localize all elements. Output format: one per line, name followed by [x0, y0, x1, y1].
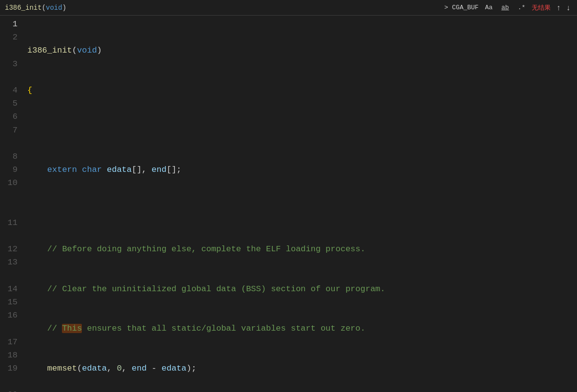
- search-no-result: 无结果: [532, 3, 551, 12]
- top-bar-right: > CGA_BUF Aa ab .* 无结果 ↑ ↓: [444, 3, 572, 12]
- code-content[interactable]: i386_init(void) { extern char edata[], e…: [23, 16, 577, 392]
- top-bar-left: i386_init(void): [5, 4, 66, 12]
- code-line-2: {: [27, 84, 577, 97]
- editor-area: 1 2 3 4 5 6 7 8 9 10 11 12 13 14 15 16 1…: [0, 16, 577, 392]
- code-line-4: // Before doing anything else, complete …: [27, 243, 577, 256]
- line-numbers: 1 2 3 4 5 6 7 8 9 10 11 12 13 14 15 16 1…: [0, 16, 23, 392]
- nav-down-button[interactable]: ↓: [564, 3, 572, 12]
- nav-up-button[interactable]: ↑: [555, 3, 562, 12]
- function-name: i386_init: [5, 4, 42, 12]
- code-line-6: // This ensures that all static/global v…: [27, 322, 577, 335]
- code-line-blank1: [27, 124, 577, 137]
- search-filename: CGA_BUF: [452, 4, 479, 11]
- function-signature: i386_init(void): [5, 4, 66, 12]
- breadcrumb-chevron: >: [444, 4, 448, 11]
- search-option-case[interactable]: Aa: [482, 3, 495, 12]
- code-line-7: memset(edata, 0, end - edata);: [27, 362, 577, 375]
- code-line-5: // Clear the uninitialized global data (…: [27, 282, 577, 296]
- search-option-word[interactable]: ab: [499, 3, 512, 12]
- code-line-1: i386_init(void): [27, 44, 577, 57]
- top-bar: i386_init(void) > CGA_BUF Aa ab .* 无结果 ↑…: [0, 0, 577, 16]
- code-line-3: extern char edata[], end[];: [27, 163, 577, 176]
- code-line-blank2: [27, 203, 577, 216]
- search-option-regex[interactable]: .*: [515, 3, 528, 12]
- nav-arrows: ↑ ↓: [555, 3, 572, 12]
